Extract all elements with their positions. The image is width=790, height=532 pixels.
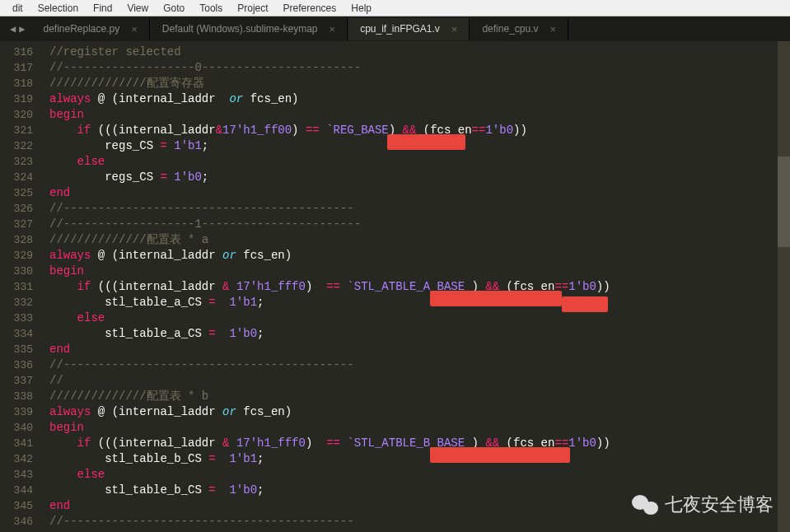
menu-goto[interactable]: Goto: [156, 2, 192, 14]
token-op: ==: [306, 124, 320, 137]
token-paren: )): [596, 280, 610, 293]
code-line[interactable]: //////////////配置表 * a: [49, 232, 790, 248]
tab-0[interactable]: defineReplace.py×: [31, 18, 149, 40]
line-number: 331: [7, 279, 33, 295]
close-icon[interactable]: ×: [451, 23, 458, 35]
code-line[interactable]: stl_table_b_CS = 1'b1;: [49, 451, 790, 467]
close-icon[interactable]: ×: [550, 23, 557, 35]
menu-project[interactable]: Project: [230, 2, 275, 14]
line-number: 327: [7, 217, 33, 232]
code-line[interactable]: else: [49, 310, 790, 326]
line-number: 333: [7, 310, 33, 326]
code-line[interactable]: begin: [49, 420, 790, 436]
line-number: 318: [7, 76, 33, 91]
token-comment: //////////////配置表 * b: [49, 390, 208, 403]
token-op: ==: [326, 436, 340, 450]
code-line[interactable]: always @ (internal_laddr or fcs_en): [49, 404, 790, 420]
line-number: 325: [7, 185, 33, 201]
annotation-underline: [387, 134, 465, 150]
code-line[interactable]: //////////////配置表 * b: [49, 389, 790, 404]
code-line[interactable]: end: [49, 342, 790, 357]
line-number: 328: [7, 232, 33, 248]
line-number: 332: [7, 295, 33, 310]
token-op: =: [208, 452, 215, 465]
line-number: 322: [7, 138, 33, 154]
token-num: 1'b0: [229, 483, 257, 497]
token-num: 1'b0: [229, 327, 257, 340]
code-line[interactable]: stl_table_a_CS = 1'b0;: [49, 326, 790, 342]
code-line[interactable]: //register selected: [49, 44, 790, 60]
code-line[interactable]: always @ (internal_laddr or fcs_en): [49, 91, 790, 107]
tab-1[interactable]: Default (Windows).sublime-keymap×: [151, 18, 348, 40]
token-var: [91, 124, 97, 137]
code-line[interactable]: //////////////配置寄存器: [49, 76, 790, 91]
line-number: 324: [7, 170, 33, 185]
code-line[interactable]: regs_CS = 1'b0;: [49, 170, 790, 185]
line-number: 321: [7, 123, 33, 138]
scrollbar[interactable]: [778, 41, 790, 532]
token-keyword2: or: [229, 92, 243, 105]
code-line[interactable]: if (((internal_laddr & 17'h1_fff0) == `S…: [49, 279, 790, 295]
scroll-thumb[interactable]: [778, 156, 790, 247]
token-paren: (: [112, 249, 119, 262]
line-gutter: 3163173183193203213223233243253263273283…: [0, 41, 43, 532]
tab-2[interactable]: cpu_if_inFPGA1.v×: [348, 18, 470, 40]
token-comment: //--------------------------------------…: [49, 515, 354, 528]
token-var: [91, 280, 97, 293]
menu-preferences[interactable]: Preferences: [276, 2, 344, 14]
token-op: =: [160, 170, 166, 184]
token-var: [167, 139, 174, 152]
menu-view[interactable]: View: [119, 2, 156, 14]
code-line[interactable]: begin: [49, 107, 790, 123]
token-comment: //: [49, 374, 63, 387]
token-op: =: [208, 483, 215, 497]
code-area[interactable]: //register selected//-------------------…: [43, 41, 790, 532]
code-line[interactable]: always @ (internal_laddr or fcs_en): [49, 248, 790, 264]
line-number: 338: [7, 389, 33, 404]
code-line[interactable]: stl_table_a_CS = 1'b1;: [49, 295, 790, 310]
code-line[interactable]: //: [49, 373, 790, 389]
token-var: [229, 280, 236, 293]
token-keyword: always: [49, 92, 91, 105]
code-line[interactable]: //-------------------0------------------…: [49, 60, 790, 76]
code-line[interactable]: else: [49, 154, 790, 170]
tab-3[interactable]: define_cpu.v×: [470, 18, 568, 40]
code-line[interactable]: if (((internal_laddr & 17'h1_fff0) == `S…: [49, 436, 790, 451]
code-line[interactable]: //--------------------------------------…: [49, 201, 790, 217]
menu-help[interactable]: Help: [344, 2, 379, 14]
token-comment: //register selected: [49, 45, 181, 58]
token-paren: )): [513, 124, 527, 137]
token-var: [229, 436, 236, 450]
tab-next-icon[interactable]: ▶: [19, 23, 25, 35]
code-line[interactable]: //--------------------------------------…: [49, 357, 790, 373]
token-var: ;: [257, 327, 264, 340]
token-var: ;: [257, 452, 264, 465]
menu-tools[interactable]: Tools: [192, 2, 230, 14]
menu-edit[interactable]: dit: [5, 2, 30, 14]
tab-prev-icon[interactable]: ◀: [10, 23, 16, 35]
token-op: =: [208, 296, 215, 309]
token-num: 17'h1_ff00: [222, 124, 292, 137]
token-op: ==: [472, 124, 486, 137]
token-num: 1'b1: [174, 139, 202, 152]
code-line[interactable]: //-------------------1------------------…: [49, 217, 790, 232]
line-number: 320: [7, 107, 33, 123]
close-icon[interactable]: ×: [131, 23, 138, 35]
menu-find[interactable]: Find: [86, 2, 119, 14]
close-icon[interactable]: ×: [330, 23, 336, 35]
token-keyword: begin: [49, 264, 84, 278]
token-var: internal_laddr: [119, 92, 229, 105]
token-var: ;: [202, 139, 208, 152]
watermark: 七夜安全博客: [632, 492, 774, 517]
code-line[interactable]: else: [49, 467, 790, 483]
token-paren: ): [285, 405, 292, 418]
code-line[interactable]: end: [49, 185, 790, 201]
token-var: internal_laddr: [119, 124, 216, 137]
tab-nav-arrows[interactable]: ◀ ▶: [3, 23, 31, 35]
code-line[interactable]: begin: [49, 264, 790, 279]
menu-selection[interactable]: Selection: [30, 2, 86, 14]
token-var: regs_CS: [105, 170, 160, 184]
token-var: [91, 436, 97, 450]
editor[interactable]: 3163173183193203213223233243253263273283…: [0, 41, 790, 532]
line-number: 329: [7, 248, 33, 264]
